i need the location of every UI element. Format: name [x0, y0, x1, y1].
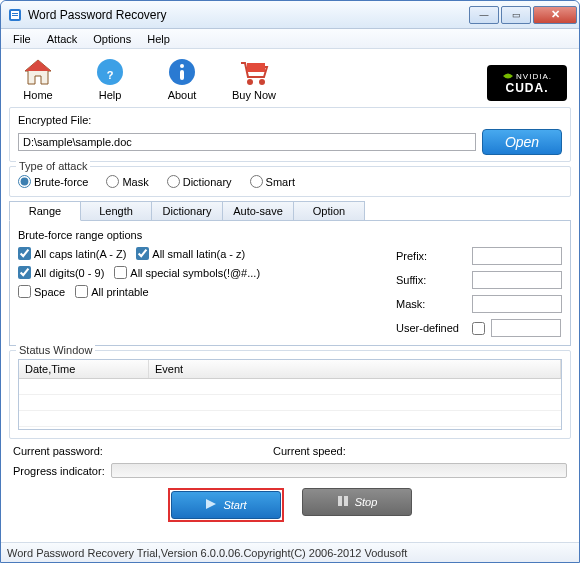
mask-label: Mask: [396, 298, 466, 310]
svg-rect-10 [180, 70, 184, 80]
prefix-label: Prefix: [396, 250, 466, 262]
svg-rect-15 [338, 496, 342, 506]
svg-point-9 [180, 64, 184, 68]
statusbar: Word Password Recovery Trial,Version 6.0… [1, 542, 579, 562]
tab-length[interactable]: Length [80, 201, 152, 221]
play-icon [205, 498, 217, 512]
svg-rect-16 [344, 496, 348, 506]
tab-autosave[interactable]: Auto-save [222, 201, 294, 221]
stop-button-label: Stop [355, 496, 378, 508]
userdef-input[interactable] [491, 319, 561, 337]
svg-rect-13 [247, 63, 265, 72]
checkbox-caps[interactable]: All caps latin(A - Z) [18, 247, 126, 260]
svg-marker-14 [206, 499, 216, 509]
tab-dictionary[interactable]: Dictionary [151, 201, 223, 221]
table-row [19, 379, 561, 395]
about-icon [164, 56, 200, 88]
cuda-label: CUDA. [506, 81, 549, 95]
menu-attack[interactable]: Attack [39, 31, 86, 47]
suffix-input[interactable] [472, 271, 562, 289]
home-icon [20, 56, 56, 88]
app-icon [7, 7, 23, 23]
encrypted-file-label: Encrypted File: [18, 114, 562, 126]
attack-type-group: Type of attack Brute-force Mask Dictiona… [9, 166, 571, 197]
svg-rect-3 [12, 15, 18, 16]
options-tabs-container: Range Length Dictionary Auto-save Option… [9, 201, 571, 346]
current-password-label: Current password: [13, 445, 233, 457]
status-window-label: Status Window [16, 344, 95, 356]
radio-brute-force[interactable]: Brute-force [18, 175, 88, 188]
menubar: File Attack Options Help [1, 29, 579, 49]
checkbox-small[interactable]: All small latin(a - z) [136, 247, 245, 260]
radio-dictionary[interactable]: Dictionary [167, 175, 232, 188]
toolbar-home-label: Home [23, 89, 52, 101]
svg-point-12 [259, 79, 265, 85]
svg-text:?: ? [107, 69, 114, 81]
statusbar-text: Word Password Recovery Trial,Version 6.0… [7, 547, 407, 559]
checkbox-special[interactable]: All special symbols(!@#...) [114, 266, 260, 279]
toolbar-home[interactable]: Home [13, 56, 63, 101]
status-col-event[interactable]: Event [149, 360, 561, 378]
window-title: Word Password Recovery [28, 8, 469, 22]
checkbox-printable[interactable]: All printable [75, 285, 148, 298]
checkbox-space[interactable]: Space [18, 285, 65, 298]
tab-body-range: Brute-force range options All caps latin… [9, 220, 571, 346]
table-row [19, 411, 561, 427]
pause-icon [337, 495, 349, 509]
nvidia-eye-icon [502, 71, 514, 81]
progress-row: Progress indicator: [9, 463, 571, 478]
userdef-checkbox[interactable] [472, 322, 485, 335]
close-button[interactable]: ✕ [533, 6, 577, 24]
range-heading: Brute-force range options [18, 229, 562, 241]
current-info: Current password: Current speed: [9, 443, 571, 459]
toolbar-buynow[interactable]: Buy Now [229, 56, 279, 101]
radio-smart[interactable]: Smart [250, 175, 295, 188]
mask-input[interactable] [472, 295, 562, 313]
toolbar-about[interactable]: About [157, 56, 207, 101]
cart-icon [236, 56, 272, 88]
encrypted-file-input[interactable] [18, 133, 476, 151]
userdef-label: User-defined [396, 322, 466, 334]
open-button[interactable]: Open [482, 129, 562, 155]
stop-button[interactable]: Stop [302, 488, 412, 516]
nvidia-cuda-badge: NVIDIA. CUDA. [487, 65, 567, 101]
prefix-input[interactable] [472, 247, 562, 265]
suffix-label: Suffix: [396, 274, 466, 286]
window-controls: — ▭ ✕ [469, 6, 577, 24]
progress-label: Progress indicator: [13, 465, 105, 477]
toolbar-help[interactable]: ? Help [85, 56, 135, 101]
action-buttons: Start Stop [9, 482, 571, 524]
checkbox-digits[interactable]: All digits(0 - 9) [18, 266, 104, 279]
status-col-datetime[interactable]: Date,Time [19, 360, 149, 378]
menu-file[interactable]: File [5, 31, 39, 47]
app-window: Word Password Recovery — ▭ ✕ File Attack… [0, 0, 580, 563]
content-area: Home ? Help About Buy Now [1, 49, 579, 542]
radio-mask[interactable]: Mask [106, 175, 148, 188]
nvidia-label: NVIDIA. [516, 72, 552, 81]
help-icon: ? [92, 56, 128, 88]
status-header: Date,Time Event [19, 360, 561, 379]
toolbar: Home ? Help About Buy Now [9, 54, 571, 103]
minimize-button[interactable]: — [469, 6, 499, 24]
tab-range[interactable]: Range [9, 201, 81, 221]
table-row [19, 395, 561, 411]
status-window-group: Status Window Date,Time Event [9, 350, 571, 439]
progress-bar [111, 463, 567, 478]
toolbar-buynow-label: Buy Now [232, 89, 276, 101]
range-fields: Prefix: Suffix: Mask: User-defined [396, 247, 562, 337]
start-button[interactable]: Start [171, 491, 281, 519]
svg-rect-2 [12, 13, 18, 14]
start-highlight: Start [168, 488, 284, 522]
menu-options[interactable]: Options [85, 31, 139, 47]
toolbar-help-label: Help [99, 89, 122, 101]
titlebar[interactable]: Word Password Recovery — ▭ ✕ [1, 1, 579, 29]
svg-point-11 [247, 79, 253, 85]
toolbar-about-label: About [168, 89, 197, 101]
maximize-button[interactable]: ▭ [501, 6, 531, 24]
encrypted-file-group: Encrypted File: Open [9, 107, 571, 162]
tab-strip: Range Length Dictionary Auto-save Option [9, 201, 571, 221]
menu-help[interactable]: Help [139, 31, 178, 47]
range-checkboxes: All caps latin(A - Z) All small latin(a … [18, 247, 376, 337]
tab-option[interactable]: Option [293, 201, 365, 221]
start-button-label: Start [223, 499, 246, 511]
